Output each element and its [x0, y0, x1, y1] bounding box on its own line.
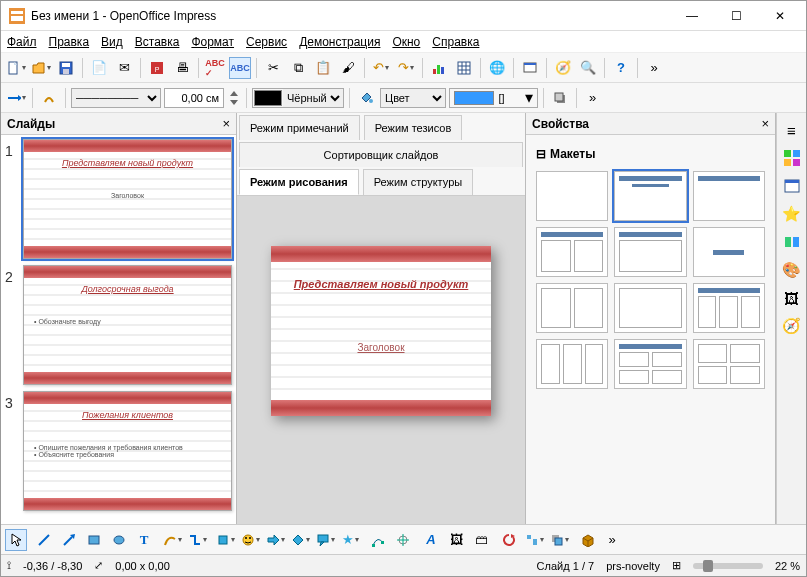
copy-button[interactable]: ⧉	[287, 57, 309, 79]
menu-insert[interactable]: Вставка	[135, 35, 180, 49]
connector-tool[interactable]: ▾	[186, 529, 208, 551]
select-tool[interactable]	[5, 529, 27, 551]
shadow-button[interactable]	[549, 87, 571, 109]
drawing-overflow[interactable]: »	[601, 529, 623, 551]
rotate-tool[interactable]	[498, 529, 520, 551]
arrow-style-button[interactable]: ▾	[5, 87, 27, 109]
minimize-button[interactable]: ―	[670, 2, 714, 30]
spinner-icon[interactable]	[227, 87, 241, 109]
line-endcap-button[interactable]	[38, 87, 60, 109]
sidebar-styles-icon[interactable]: 🎨	[781, 259, 803, 281]
arrange-tool[interactable]: ▾	[548, 529, 570, 551]
menu-help[interactable]: Справка	[432, 35, 479, 49]
layouts-section-header[interactable]: ⊟ Макеты	[532, 141, 769, 167]
canvas-area[interactable]: Представляем новый продукт Заголовок	[237, 196, 525, 524]
slide-list[interactable]: 1 Представляем новый продукт Заголовок 2…	[1, 135, 236, 524]
ellipse-tool[interactable]	[108, 529, 130, 551]
slide-item[interactable]: 3 Пожелания клиентов • Опишите пожелания…	[5, 391, 232, 511]
menu-format[interactable]: Формат	[191, 35, 234, 49]
slide-thumb[interactable]: Пожелания клиентов • Опишите пожелания и…	[23, 391, 232, 511]
curve-tool[interactable]: ▾	[161, 529, 183, 551]
layout-title-3col[interactable]	[693, 283, 765, 333]
layout-title-content[interactable]	[614, 171, 686, 221]
slide-item[interactable]: 1 Представляем новый продукт Заголовок	[5, 139, 232, 259]
sidebar-master-icon[interactable]	[781, 175, 803, 197]
line-color-swatch[interactable]: Чёрный	[252, 88, 344, 108]
layout-two-content[interactable]	[536, 227, 608, 277]
maximize-button[interactable]: ☐	[714, 2, 758, 30]
sidebar-gallery-icon[interactable]: 🖼	[781, 287, 803, 309]
slide-title-placeholder[interactable]: Представляем новый продукт	[271, 278, 491, 290]
fill-color-swatch[interactable]: []▾	[449, 88, 538, 108]
autospell-button[interactable]: ABC	[229, 57, 251, 79]
slide-canvas[interactable]: Представляем новый продукт Заголовок	[271, 246, 491, 416]
spellcheck-button[interactable]: ABC✓	[204, 57, 226, 79]
extrusion-tool[interactable]	[576, 529, 598, 551]
table-button[interactable]	[453, 57, 475, 79]
basic-shapes-tool[interactable]: ▾	[214, 529, 236, 551]
layout-title-2x2[interactable]	[614, 339, 686, 389]
layout-blank[interactable]	[536, 171, 608, 221]
zoom-fit-icon[interactable]: ⊞	[672, 559, 681, 572]
line-style-select[interactable]: ────────	[71, 88, 161, 108]
redo-button[interactable]: ↷▾	[395, 57, 417, 79]
sidebar-navigator-icon[interactable]: 🧭	[781, 315, 803, 337]
sidebar-properties-icon[interactable]	[781, 147, 803, 169]
close-button[interactable]: ✕	[758, 2, 802, 30]
slideshow-button[interactable]	[519, 57, 541, 79]
slide-panel-close-icon[interactable]: ×	[222, 116, 230, 131]
stars-tool[interactable]: ★▾	[339, 529, 361, 551]
tab-notes[interactable]: Режим примечаний	[239, 115, 360, 140]
open-button[interactable]: ▾	[30, 57, 52, 79]
undo-button[interactable]: ↶▾	[370, 57, 392, 79]
from-file-tool[interactable]: 🖼	[445, 529, 467, 551]
toolbar2-overflow[interactable]: »	[582, 87, 604, 109]
gallery-tool[interactable]: 🗃	[470, 529, 492, 551]
hyperlink-button[interactable]: 🌐	[486, 57, 508, 79]
toolbar-overflow[interactable]: »	[643, 57, 665, 79]
layout-4box[interactable]	[693, 339, 765, 389]
zoom-button[interactable]: 🔍	[577, 57, 599, 79]
menu-view[interactable]: Вид	[101, 35, 123, 49]
save-button[interactable]	[55, 57, 77, 79]
zoom-slider[interactable]	[693, 563, 763, 569]
fill-bucket-icon[interactable]	[355, 87, 377, 109]
tab-handout[interactable]: Режим тезисов	[364, 115, 463, 140]
tab-outline[interactable]: Режим структуры	[363, 169, 474, 195]
callout-tool[interactable]: ▾	[314, 529, 336, 551]
menu-demo[interactable]: Демонстрация	[299, 35, 380, 49]
flowchart-tool[interactable]: ▾	[289, 529, 311, 551]
menu-window[interactable]: Окно	[392, 35, 420, 49]
fontwork-tool[interactable]: A	[420, 529, 442, 551]
format-paintbrush-button[interactable]: 🖌	[337, 57, 359, 79]
layout-title-only[interactable]	[693, 171, 765, 221]
line-width-input[interactable]	[164, 88, 224, 108]
points-tool[interactable]	[367, 529, 389, 551]
sidebar-animation-icon[interactable]: ⭐	[781, 203, 803, 225]
edit-doc-button[interactable]: 📄	[88, 57, 110, 79]
paste-button[interactable]: 📋	[312, 57, 334, 79]
menu-tools[interactable]: Сервис	[246, 35, 287, 49]
slide-thumb[interactable]: Долгосрочная выгода • Обозначьте выгоду	[23, 265, 232, 385]
rectangle-tool[interactable]	[83, 529, 105, 551]
properties-close-icon[interactable]: ×	[761, 116, 769, 131]
cut-button[interactable]: ✂	[262, 57, 284, 79]
sidebar-menu-icon[interactable]: ≡	[781, 119, 803, 141]
print-button[interactable]: 🖶	[171, 57, 193, 79]
layout-3col[interactable]	[536, 339, 608, 389]
help-button[interactable]: ?	[610, 57, 632, 79]
layout-two-box[interactable]	[536, 283, 608, 333]
slide-thumb[interactable]: Представляем новый продукт Заголовок	[23, 139, 232, 259]
sidebar-transition-icon[interactable]	[781, 231, 803, 253]
chart-button[interactable]	[428, 57, 450, 79]
slide-body-placeholder[interactable]: Заголовок	[271, 342, 491, 353]
export-pdf-button[interactable]: P	[146, 57, 168, 79]
layout-one-box[interactable]	[614, 283, 686, 333]
fill-type-select[interactable]: Цвет	[380, 88, 446, 108]
arrow-tool[interactable]	[58, 529, 80, 551]
tab-sorter[interactable]: Сортировщик слайдов	[239, 142, 523, 167]
navigator-button[interactable]: 🧭	[552, 57, 574, 79]
menu-edit[interactable]: Правка	[49, 35, 90, 49]
align-tool[interactable]: ▾	[523, 529, 545, 551]
tab-normal[interactable]: Режим рисования	[239, 169, 359, 195]
